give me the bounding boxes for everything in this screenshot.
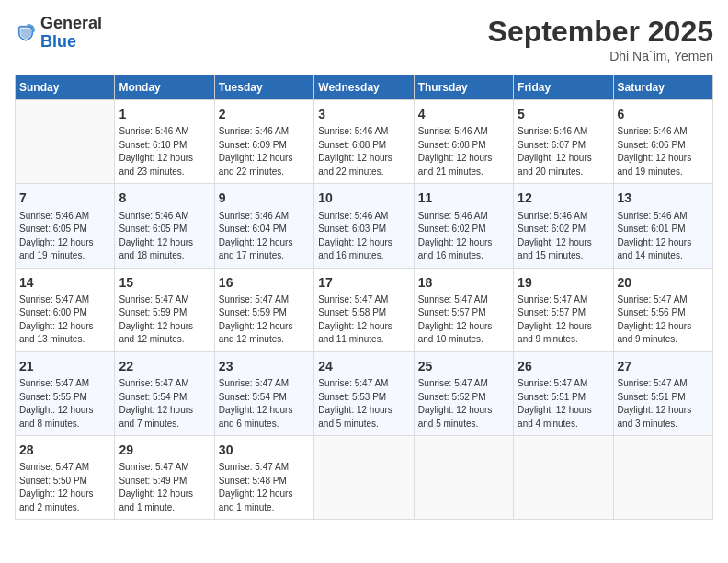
- day-number: 22: [119, 357, 210, 375]
- day-info: Sunrise: 5:47 AM Sunset: 5:54 PM Dayligh…: [119, 377, 210, 431]
- calendar-cell: 25Sunrise: 5:47 AM Sunset: 5:52 PM Dayli…: [414, 351, 513, 435]
- calendar-cell: 9Sunrise: 5:46 AM Sunset: 6:04 PM Daylig…: [214, 184, 313, 268]
- day-info: Sunrise: 5:46 AM Sunset: 6:07 PM Dayligh…: [518, 125, 609, 178]
- day-number: 17: [318, 273, 409, 292]
- day-info: Sunrise: 5:46 AM Sunset: 6:08 PM Dayligh…: [418, 125, 509, 178]
- day-number: 5: [518, 105, 609, 123]
- week-row-5: 28Sunrise: 5:47 AM Sunset: 5:50 PM Dayli…: [16, 436, 713, 520]
- day-info: Sunrise: 5:47 AM Sunset: 5:49 PM Dayligh…: [119, 461, 210, 514]
- day-number: 4: [418, 105, 509, 123]
- calendar-cell: 2Sunrise: 5:46 AM Sunset: 6:09 PM Daylig…: [214, 100, 313, 184]
- calendar-cell: [414, 436, 513, 520]
- day-info: Sunrise: 5:47 AM Sunset: 5:56 PM Dayligh…: [618, 293, 709, 347]
- day-number: 23: [219, 357, 310, 375]
- logo-icon: [15, 22, 37, 44]
- calendar-cell: 17Sunrise: 5:47 AM Sunset: 5:58 PM Dayli…: [314, 268, 414, 351]
- week-row-1: 1Sunrise: 5:46 AM Sunset: 6:10 PM Daylig…: [16, 100, 713, 184]
- day-number: 24: [318, 357, 409, 375]
- day-info: Sunrise: 5:46 AM Sunset: 6:10 PM Dayligh…: [119, 125, 210, 178]
- day-info: Sunrise: 5:47 AM Sunset: 5:52 PM Dayligh…: [418, 377, 509, 431]
- calendar-cell: 29Sunrise: 5:47 AM Sunset: 5:49 PM Dayli…: [115, 436, 214, 520]
- day-info: Sunrise: 5:47 AM Sunset: 5:59 PM Dayligh…: [119, 293, 210, 347]
- day-number: 6: [618, 105, 709, 123]
- day-info: Sunrise: 5:46 AM Sunset: 6:02 PM Dayligh…: [518, 210, 609, 263]
- day-number: 15: [119, 273, 210, 292]
- day-number: 25: [418, 357, 509, 375]
- calendar-cell: 6Sunrise: 5:46 AM Sunset: 6:06 PM Daylig…: [613, 100, 712, 184]
- logo-line1: General: [40, 15, 102, 33]
- header-row: SundayMondayTuesdayWednesdayThursdayFrid…: [16, 75, 713, 100]
- calendar-cell: 15Sunrise: 5:47 AM Sunset: 5:59 PM Dayli…: [115, 268, 214, 351]
- day-info: Sunrise: 5:47 AM Sunset: 6:00 PM Dayligh…: [19, 293, 110, 347]
- calendar-cell: 4Sunrise: 5:46 AM Sunset: 6:08 PM Daylig…: [414, 100, 513, 184]
- day-number: 18: [418, 273, 509, 292]
- calendar-cell: 28Sunrise: 5:47 AM Sunset: 5:50 PM Dayli…: [16, 436, 115, 520]
- page-header: General Blue September 2025 Dhi Na`im, Y…: [15, 15, 713, 63]
- logo-line2: Blue: [40, 33, 102, 52]
- day-number: 29: [119, 441, 210, 459]
- day-info: Sunrise: 5:47 AM Sunset: 5:54 PM Dayligh…: [219, 377, 310, 431]
- day-number: 10: [318, 189, 409, 207]
- calendar-cell: 21Sunrise: 5:47 AM Sunset: 5:55 PM Dayli…: [16, 351, 115, 435]
- calendar-cell: 26Sunrise: 5:47 AM Sunset: 5:51 PM Dayli…: [514, 351, 613, 435]
- day-info: Sunrise: 5:46 AM Sunset: 6:08 PM Dayligh…: [318, 125, 409, 178]
- day-number: 30: [219, 441, 310, 459]
- day-number: 28: [19, 441, 110, 459]
- day-number: 26: [518, 357, 609, 375]
- calendar-cell: 23Sunrise: 5:47 AM Sunset: 5:54 PM Dayli…: [214, 351, 313, 435]
- day-number: 16: [219, 273, 310, 292]
- day-info: Sunrise: 5:47 AM Sunset: 5:50 PM Dayligh…: [19, 461, 110, 514]
- calendar-cell: 12Sunrise: 5:46 AM Sunset: 6:02 PM Dayli…: [514, 184, 613, 268]
- day-info: Sunrise: 5:47 AM Sunset: 5:57 PM Dayligh…: [518, 293, 609, 347]
- calendar-cell: 3Sunrise: 5:46 AM Sunset: 6:08 PM Daylig…: [314, 100, 414, 184]
- day-number: 2: [219, 105, 310, 123]
- day-info: Sunrise: 5:46 AM Sunset: 6:06 PM Dayligh…: [618, 125, 709, 178]
- calendar-cell: [16, 100, 115, 184]
- calendar-cell: 10Sunrise: 5:46 AM Sunset: 6:03 PM Dayli…: [314, 184, 414, 268]
- day-number: 11: [418, 189, 509, 207]
- day-info: Sunrise: 5:46 AM Sunset: 6:04 PM Dayligh…: [219, 210, 310, 263]
- col-saturday: Saturday: [613, 75, 712, 100]
- day-info: Sunrise: 5:47 AM Sunset: 5:57 PM Dayligh…: [418, 293, 509, 347]
- day-info: Sunrise: 5:46 AM Sunset: 6:05 PM Dayligh…: [19, 210, 110, 263]
- col-wednesday: Wednesday: [314, 75, 414, 100]
- week-row-4: 21Sunrise: 5:47 AM Sunset: 5:55 PM Dayli…: [16, 351, 713, 435]
- day-info: Sunrise: 5:47 AM Sunset: 5:59 PM Dayligh…: [219, 293, 310, 347]
- month-title: September 2025: [488, 15, 713, 49]
- week-row-2: 7Sunrise: 5:46 AM Sunset: 6:05 PM Daylig…: [16, 184, 713, 268]
- col-friday: Friday: [514, 75, 613, 100]
- calendar-cell: 16Sunrise: 5:47 AM Sunset: 5:59 PM Dayli…: [214, 268, 313, 351]
- day-info: Sunrise: 5:47 AM Sunset: 5:51 PM Dayligh…: [518, 377, 609, 431]
- calendar-cell: 30Sunrise: 5:47 AM Sunset: 5:48 PM Dayli…: [214, 436, 313, 520]
- day-number: 20: [618, 273, 709, 292]
- calendar-cell: 27Sunrise: 5:47 AM Sunset: 5:51 PM Dayli…: [613, 351, 712, 435]
- title-block: September 2025 Dhi Na`im, Yemen: [488, 15, 713, 63]
- day-number: 12: [518, 189, 609, 207]
- day-info: Sunrise: 5:47 AM Sunset: 5:48 PM Dayligh…: [219, 461, 310, 514]
- logo: General Blue: [15, 15, 102, 52]
- day-number: 27: [618, 357, 709, 375]
- day-info: Sunrise: 5:46 AM Sunset: 6:02 PM Dayligh…: [418, 210, 509, 263]
- day-info: Sunrise: 5:46 AM Sunset: 6:09 PM Dayligh…: [219, 125, 310, 178]
- calendar-cell: 22Sunrise: 5:47 AM Sunset: 5:54 PM Dayli…: [115, 351, 214, 435]
- day-number: 3: [318, 105, 409, 123]
- calendar-cell: 19Sunrise: 5:47 AM Sunset: 5:57 PM Dayli…: [514, 268, 613, 351]
- calendar-cell: [613, 436, 712, 520]
- calendar-table: SundayMondayTuesdayWednesdayThursdayFrid…: [15, 75, 713, 520]
- day-number: 19: [518, 273, 609, 292]
- day-info: Sunrise: 5:46 AM Sunset: 6:01 PM Dayligh…: [618, 210, 709, 263]
- col-tuesday: Tuesday: [214, 75, 313, 100]
- day-number: 7: [19, 189, 110, 207]
- calendar-cell: 20Sunrise: 5:47 AM Sunset: 5:56 PM Dayli…: [613, 268, 712, 351]
- day-info: Sunrise: 5:46 AM Sunset: 6:03 PM Dayligh…: [318, 210, 409, 263]
- day-number: 13: [618, 189, 709, 207]
- calendar-cell: 13Sunrise: 5:46 AM Sunset: 6:01 PM Dayli…: [613, 184, 712, 268]
- calendar-cell: 5Sunrise: 5:46 AM Sunset: 6:07 PM Daylig…: [514, 100, 613, 184]
- col-thursday: Thursday: [414, 75, 513, 100]
- day-number: 8: [119, 189, 210, 207]
- calendar-cell: 24Sunrise: 5:47 AM Sunset: 5:53 PM Dayli…: [314, 351, 414, 435]
- day-info: Sunrise: 5:47 AM Sunset: 5:51 PM Dayligh…: [618, 377, 709, 431]
- location: Dhi Na`im, Yemen: [488, 49, 713, 63]
- day-info: Sunrise: 5:47 AM Sunset: 5:58 PM Dayligh…: [318, 293, 409, 347]
- day-info: Sunrise: 5:47 AM Sunset: 5:55 PM Dayligh…: [19, 377, 110, 431]
